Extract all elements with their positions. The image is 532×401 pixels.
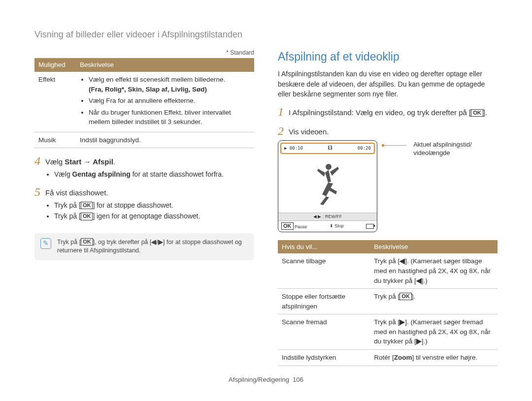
video-controls: OK Pause ⬇ Stop	[278, 221, 377, 232]
step-number: 5	[34, 186, 45, 198]
play-icon: ▶ 00:10	[284, 145, 303, 152]
cell-option: Effekt	[34, 72, 76, 132]
leader-line	[384, 145, 406, 237]
step4-bullets: Vælg Gentag afspilning for at starte dia…	[45, 169, 254, 179]
ok-icon: OK	[81, 238, 93, 246]
actions-table: Hvis du vil... Beskrivelse Scanne tilbag…	[278, 240, 498, 366]
video-preview-row: ▶ 00:10 🎞 00:20	[278, 140, 498, 232]
svg-point-0	[326, 164, 332, 170]
section-heading: Afspilning af et videoklip	[278, 49, 498, 65]
step5-bullets: Tryk på [OK] for at stoppe diasshowet. T…	[45, 200, 254, 221]
ok-icon: OK	[281, 222, 294, 230]
step-text: Vælg Start → Afspil.	[45, 155, 115, 167]
table-row: Musik Indstil baggrundslyd.	[34, 132, 254, 148]
step-text: Få vist diasshowet.	[45, 186, 108, 198]
step-1: 1 I Afspilningstilstand: Vælg en video, …	[278, 106, 498, 118]
video-timebar: ▶ 00:10 🎞 00:20	[280, 143, 375, 154]
step-5: 5 Få vist diasshowet.	[34, 186, 254, 198]
battery-icon	[366, 224, 374, 229]
th-want: Hvis du vil...	[278, 240, 370, 254]
step-number: 1	[278, 106, 289, 118]
table-row: Effekt Vælg en effekt til sceneskift mel…	[34, 72, 254, 132]
table-row: Indstille lydstyrken Rotér [Zoom] til ve…	[278, 349, 498, 366]
step-text: I Afspilningstilstand: Vælg en video, og…	[289, 106, 487, 118]
step-2: 2 Vis videoen.	[278, 125, 498, 137]
ok-icon: OK	[81, 202, 93, 209]
dancer-illustration	[315, 162, 340, 206]
right-column: Afspilning af et videoklip I Afspilnings…	[278, 49, 498, 366]
video-preview: ▶ 00:10 🎞 00:20	[278, 140, 377, 232]
th-option: Mulighed	[34, 58, 76, 72]
table-row: Scanne tilbage Tryk på [◀]. (Kameraet sø…	[278, 253, 498, 288]
step-4: 4 Vælg Start → Afspil.	[34, 155, 254, 167]
th-desc: Beskrivelse	[370, 240, 498, 254]
breadcrumb: Visning af billeder eller videoer i Afsp…	[34, 30, 498, 40]
note-box: ✎ Tryk på [OK], og tryk derefter på [◀/▶…	[34, 233, 254, 260]
ok-icon: OK	[471, 109, 483, 117]
time-total: 00:20	[358, 145, 371, 152]
ok-icon: OK	[399, 293, 412, 300]
th-description: Beskrivelse	[76, 58, 254, 72]
stop-icon: ⬇	[330, 223, 333, 228]
step-text: Vis videoen.	[289, 125, 329, 137]
step-number: 2	[278, 125, 289, 137]
cell-option: Musik	[34, 132, 76, 148]
table-row: Scanne fremad Tryk på [▶]. (Kameraet søg…	[278, 314, 498, 350]
left-column: * Standard Mulighed Beskrivelse Effekt V…	[34, 49, 254, 366]
cell-desc: Vælg en effekt til sceneskift mellem bil…	[76, 72, 254, 132]
standard-note: * Standard	[34, 49, 254, 57]
intro-text: I Afspilningstilstanden kan du vise en v…	[278, 69, 498, 99]
video-body	[278, 156, 377, 213]
video-hint: ◀ ▶ : REW/FF	[278, 213, 377, 221]
film-icon: 🎞	[328, 145, 332, 152]
table-row: Stoppe eller fortsætte afspilningen Tryk…	[278, 289, 498, 314]
note-icon: ✎	[40, 238, 51, 249]
video-caption: Aktuel afspilningstid/ videolængde	[413, 140, 498, 232]
ok-icon: OK	[81, 213, 93, 220]
page-footer: Afspilning/Redigering 106	[34, 376, 498, 383]
cell-desc: Indstil baggrundslyd.	[76, 132, 254, 148]
step-number: 4	[34, 155, 45, 167]
note-text: Tryk på [OK], og tryk derefter på [◀/▶] …	[57, 238, 248, 255]
options-table: Mulighed Beskrivelse Effekt Vælg en effe…	[34, 58, 254, 148]
